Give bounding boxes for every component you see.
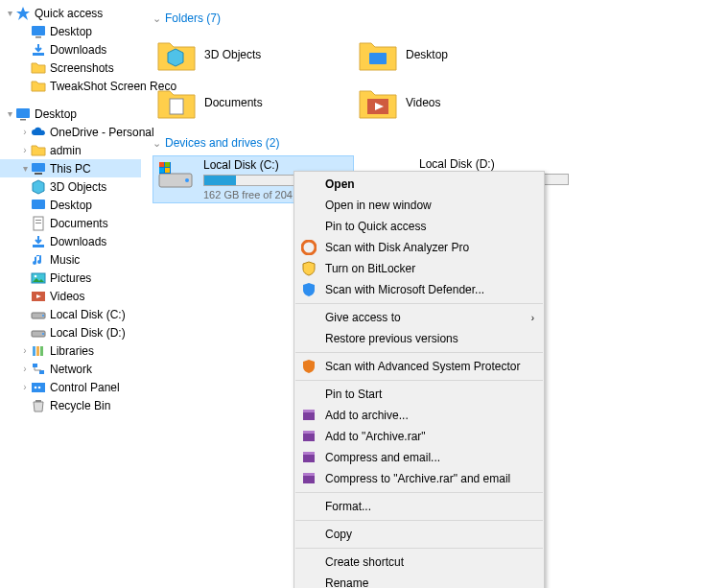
svg-rect-39: [159, 168, 164, 173]
menu-compress-email-rar[interactable]: Compress to "Archive.rar" and email: [294, 468, 544, 489]
svg-rect-6: [32, 163, 45, 172]
tree-label: Videos: [50, 290, 84, 303]
folder-3d-objects[interactable]: 3D Objects: [153, 31, 354, 79]
tree-videos[interactable]: Videos: [0, 287, 141, 305]
tree-label: OneDrive - Personal: [50, 126, 154, 139]
svg-rect-30: [369, 53, 387, 64]
menu-open[interactable]: Open: [294, 174, 544, 195]
winrar-icon: [301, 471, 317, 486]
tree-pc-desktop[interactable]: Desktop: [0, 196, 141, 214]
tree-label: Control Panel: [50, 381, 120, 394]
svg-rect-45: [303, 410, 315, 412]
tree-label: Local Disk (C:): [50, 308, 126, 321]
svg-rect-38: [165, 162, 170, 167]
menu-scan-disk-analyzer[interactable]: Scan with Disk Analyzer Pro: [294, 237, 544, 258]
tree-onedrive[interactable]: › OneDrive - Personal: [0, 123, 141, 141]
cloud-icon: [31, 125, 46, 140]
tree-label: Desktop: [50, 25, 92, 38]
menu-separator: [295, 352, 543, 353]
drives-header[interactable]: ⌄ Devices and drives (2): [153, 136, 692, 150]
folder-icon-3d: [156, 35, 197, 74]
tree-music[interactable]: Music: [0, 250, 141, 269]
tree-libraries[interactable]: › Libraries: [0, 341, 141, 360]
menu-rename[interactable]: Rename: [294, 573, 544, 588]
folder-label: 3D Objects: [204, 48, 261, 61]
menu-compress-email[interactable]: Compress and email...: [294, 447, 544, 468]
menu-format[interactable]: Format...: [294, 496, 544, 517]
folder-icon-videos: [358, 83, 398, 122]
tree-screenshots[interactable]: Screenshots: [0, 59, 141, 77]
tree-control-panel[interactable]: › Control Panel: [0, 378, 141, 396]
user-icon: [31, 143, 46, 158]
folder-label: Desktop: [406, 48, 448, 61]
nav-tree: ▾ Quick access Desktop Downloads Screens…: [0, 0, 141, 588]
tree-admin[interactable]: › admin: [0, 141, 141, 159]
menu-open-new-window[interactable]: Open in new window: [294, 195, 544, 216]
control-panel-icon: [31, 380, 46, 395]
menu-copy[interactable]: Copy: [294, 524, 544, 545]
disk-analyzer-icon: [301, 240, 317, 255]
svg-rect-21: [33, 346, 35, 356]
tree-label: Music: [50, 253, 80, 267]
tree-3d-objects[interactable]: 3D Objects: [0, 177, 141, 196]
svg-rect-4: [16, 108, 30, 118]
asp-icon: [301, 359, 317, 374]
tree-this-pc[interactable]: ▾ This PC: [0, 159, 141, 177]
quick-access[interactable]: ▾ Quick access: [0, 4, 141, 22]
cube-icon: [31, 179, 46, 195]
music-icon: [31, 252, 46, 268]
drive-name: Local Disk (D:): [419, 157, 569, 171]
menu-create-shortcut[interactable]: Create shortcut: [294, 552, 544, 573]
tree-downloads[interactable]: Downloads: [0, 40, 141, 59]
menu-separator: [295, 303, 543, 304]
tree-tweakshot[interactable]: TweakShot Screen Reco: [0, 77, 141, 95]
tree-desktop-root[interactable]: ▾ Desktop: [0, 105, 141, 123]
folders-header[interactable]: ⌄ Folders (7): [153, 12, 692, 25]
svg-rect-29: [35, 400, 41, 402]
folder-videos[interactable]: Videos: [354, 79, 555, 127]
tree-label: Desktop: [35, 107, 77, 121]
svg-rect-50: [303, 475, 315, 483]
tree-drive-c[interactable]: Local Disk (C:): [0, 305, 141, 323]
menu-bitlocker[interactable]: Turn on BitLocker: [294, 258, 544, 279]
tree-network[interactable]: › Network: [0, 360, 141, 378]
svg-point-28: [38, 386, 41, 388]
menu-restore-previous[interactable]: Restore previous versions: [294, 328, 544, 349]
desktop-icon: [15, 106, 31, 122]
svg-rect-37: [159, 162, 164, 167]
menu-give-access[interactable]: Give access to ›: [294, 307, 544, 328]
folder-icon-desktop: [358, 35, 398, 74]
menu-scan-asp[interactable]: Scan with Advanced System Protector: [294, 356, 544, 377]
menu-separator: [295, 520, 543, 521]
menu-add-archive[interactable]: Add to archive...: [294, 405, 544, 426]
folder-desktop[interactable]: Desktop: [354, 31, 555, 79]
svg-rect-48: [303, 454, 315, 462]
tree-desktop[interactable]: Desktop: [0, 22, 141, 40]
svg-rect-10: [35, 220, 41, 221]
tree-label: 3D Objects: [50, 180, 106, 194]
folder-icon: [31, 60, 46, 76]
menu-pin-quick-access[interactable]: Pin to Quick access: [294, 216, 544, 237]
svg-point-27: [35, 386, 37, 388]
folder-documents[interactable]: Documents: [153, 79, 354, 127]
menu-pin-start[interactable]: Pin to Start: [294, 384, 544, 405]
tree-recycle-bin[interactable]: Recycle Bin: [0, 396, 141, 414]
tree-documents[interactable]: Documents: [0, 214, 141, 232]
drive-icon: [31, 307, 46, 322]
pc-icon: [31, 161, 46, 176]
menu-add-archive-rar[interactable]: Add to "Archive.rar": [294, 426, 544, 447]
picture-icon: [31, 270, 46, 286]
star-icon: [15, 6, 31, 21]
tree-label: Local Disk (D:): [50, 326, 126, 340]
shield-icon: [301, 261, 317, 276]
svg-rect-24: [33, 364, 37, 367]
tree-pc-downloads[interactable]: Downloads: [0, 232, 141, 250]
svg-point-14: [35, 274, 37, 277]
menu-defender[interactable]: Scan with Microsoft Defender...: [294, 279, 544, 300]
group-label: Folders (7): [165, 12, 221, 25]
drive-icon: [31, 325, 46, 341]
tree-pictures[interactable]: Pictures: [0, 269, 141, 287]
menu-separator: [295, 492, 543, 493]
tree-drive-d[interactable]: Local Disk (D:): [0, 323, 141, 341]
tree-label: Downloads: [50, 43, 106, 57]
